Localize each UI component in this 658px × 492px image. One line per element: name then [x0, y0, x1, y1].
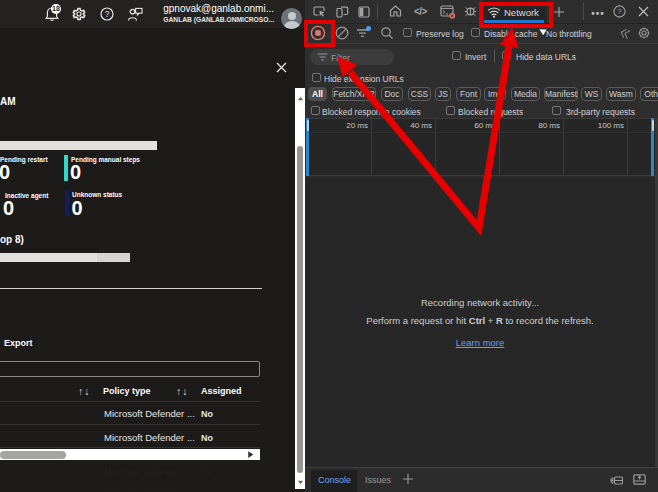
svg-text:?: ?: [617, 7, 622, 16]
